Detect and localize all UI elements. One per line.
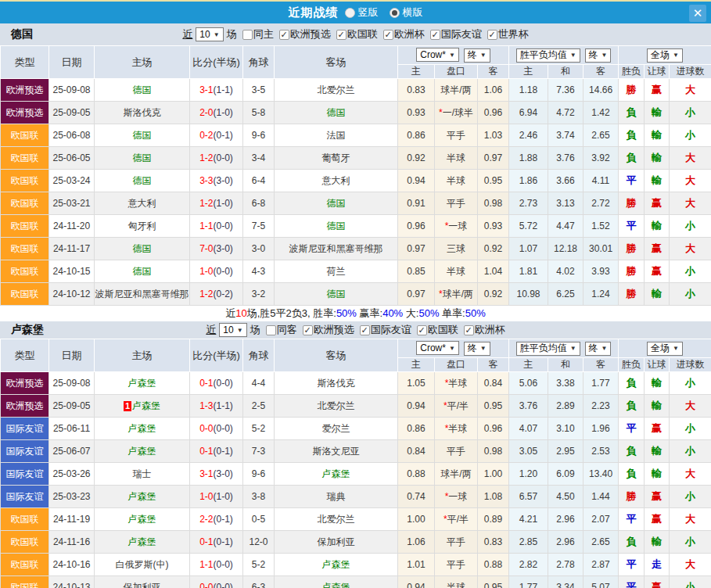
sub-column-header: 进球数 [670,358,711,372]
mean-time-select[interactable]: 终▼ [585,342,612,356]
halftime-score: (1-1) [214,84,233,95]
match-row: 欧洲预选25-09-051卢森堡1-3(1-1)2-5北爱尔兰0.94*平/半0… [1,395,711,418]
competition-checkbox-0[interactable]: ✓欧洲预选 [303,323,354,337]
away-team: 德国 [275,192,398,215]
result-goals: 大 [670,463,711,486]
away-team: 斯洛文尼亚 [275,440,398,463]
away-team-name: 卢森堡 [322,468,350,479]
column-header: 主场 [95,339,190,372]
away-team: 意大利 [275,170,398,192]
home-team: 卢森堡 [95,372,190,395]
recent-link[interactable]: 近 [182,27,192,41]
competition-checkbox-1[interactable]: ✓国际友谊 [360,323,411,337]
handicap-line: 半球 [435,260,478,283]
mean-draw-odds: 4.50 [548,486,584,508]
home-team-name: 白俄罗斯(中) [116,559,169,570]
competition-badge: 欧国联 [1,554,49,576]
competition-checkbox-3[interactable]: ✓欧洲杯 [464,323,505,337]
competition-checkbox-1[interactable]: ✓欧国联 [336,27,378,41]
halftime-score: (1-1) [214,400,233,411]
mean-type-select[interactable]: 胜平负均值▼ [516,342,580,356]
away-odds: 0.92 [478,238,509,260]
result-wdl: 平 [619,418,645,440]
competition-badge: 欧国联 [1,170,49,192]
mean-away-odds: 2.72 [584,192,619,215]
odds-selects-cell: Crow*▼终▼ [398,46,509,65]
competition-checkbox-3[interactable]: ✓国际友谊 [430,27,482,41]
handicap-star: * [445,491,449,502]
away-team: 波斯尼亚和黑塞哥维那 [275,238,398,260]
same-venue-checkbox[interactable]: 同客 [266,323,297,337]
home-team-name: 保加利亚 [124,582,161,588]
competition-checkbox-4[interactable]: ✓世界杯 [487,27,529,41]
competition-checkbox-0[interactable]: ✓欧洲预选 [279,27,331,41]
checkbox-checked-icon: ✓ [303,325,313,335]
layout-radio-0[interactable]: 竖版 [345,5,379,20]
match-count-select[interactable]: 10▼ [196,27,223,41]
odds-source-select-value: Crow* [420,49,446,60]
home-odds: 0.74 [398,486,435,508]
layout-radio-1[interactable]: 横版 [390,5,423,20]
match-count-select[interactable]: 10▼ [219,323,246,337]
match-row: 国际友谊25-03-23卢森堡1-0(1-0)3-8瑞典0.74*一球1.086… [1,486,711,508]
recent-link[interactable]: 近 [206,323,216,337]
scope-select[interactable]: 全场▼ [647,342,683,356]
mean-home-odds: 1.77 [509,576,548,588]
summary-part: 50% [336,307,357,319]
mean-away-odds: 1.96 [584,418,619,440]
mean-time-select[interactable]: 终▼ [585,48,612,63]
halftime-score: (0-0) [214,266,233,277]
mean-draw-odds: 3.66 [548,170,584,192]
match-count-select-value: 10 [199,29,210,40]
match-date: 24-10-13 [49,576,95,588]
away-team-name: 波斯尼亚和黑塞哥维那 [289,243,383,254]
handicap-line: *半球 [435,372,478,395]
odds-source-select[interactable]: Crow*▼ [416,341,459,355]
same-venue-checkbox[interactable]: 同主 [242,27,274,41]
sub-column-header: 盘口 [435,358,478,372]
home-team: 白俄罗斯(中) [95,554,190,576]
away-odds: 0.96 [478,418,509,440]
mean-home-odds: 4.07 [509,418,548,440]
result-handicap: 輸 [645,463,670,486]
result-handicap: 赢 [645,508,670,531]
handicap-line: 球半/两 [435,463,478,486]
home-odds: 0.97 [398,283,435,306]
corner-count: 5-2 [243,418,275,440]
competition-checkbox-2[interactable]: ✓欧洲杯 [383,27,425,41]
mean-draw-odds: 12.18 [548,238,584,260]
competition-checkbox-3-label: 国际友谊 [441,27,482,41]
odds-source-select[interactable]: Crow*▼ [416,48,459,62]
mean-away-odds: 3.93 [584,260,619,283]
mean-away-odds: 2.65 [584,124,619,147]
mean-type-select[interactable]: 胜平负均值▼ [516,48,580,63]
result-wdl: 負 [619,440,645,463]
score-cell: 2-2(0-1) [190,508,243,531]
result-wdl: 勝 [619,238,645,260]
match-row: 欧国联24-11-16卢森堡0-1(0-1)12-0保加利亚1.06平手0.83… [1,531,711,554]
odds-time-select[interactable]: 终▼ [464,342,490,356]
home-odds: 1.05 [398,372,435,395]
home-team-name: 意大利 [128,198,156,209]
handicap-line: 半球 [435,576,478,588]
match-date: 24-10-12 [49,283,95,306]
halftime-score: (0-0) [214,582,233,588]
result-handicap: 輸 [645,170,670,192]
result-handicap: 赢 [645,79,670,102]
competition-badge: 欧洲预选 [1,372,49,395]
competition-checkbox-2-label: 欧洲杯 [394,27,425,41]
competition-checkbox-2[interactable]: ✓欧国联 [417,323,458,337]
scope-select[interactable]: 全场▼ [647,48,683,63]
table-header-row: 类型日期主场比分(半场)角球客场Crow*▼终▼胜平负均值▼终▼全场▼ [1,46,711,65]
handicap-star: * [443,514,447,525]
corner-count: 3-4 [243,147,275,170]
odds-time-select[interactable]: 终▼ [464,48,490,63]
close-button[interactable]: ✕ [689,5,706,22]
mean-home-odds: 5.06 [509,372,548,395]
away-team-name: 卢森堡 [322,582,350,588]
halftime-score: (0-1) [214,130,233,141]
mean-home-odds: 1.07 [509,238,548,260]
result-wdl: 負 [619,463,645,486]
match-row: 欧国联24-11-20匈牙利1-1(0-0)7-5德国0.96*一球0.935.… [1,215,711,238]
match-row: 欧国联24-10-15德国1-0(0-0)4-3荷兰0.85半球1.041.81… [1,260,711,283]
